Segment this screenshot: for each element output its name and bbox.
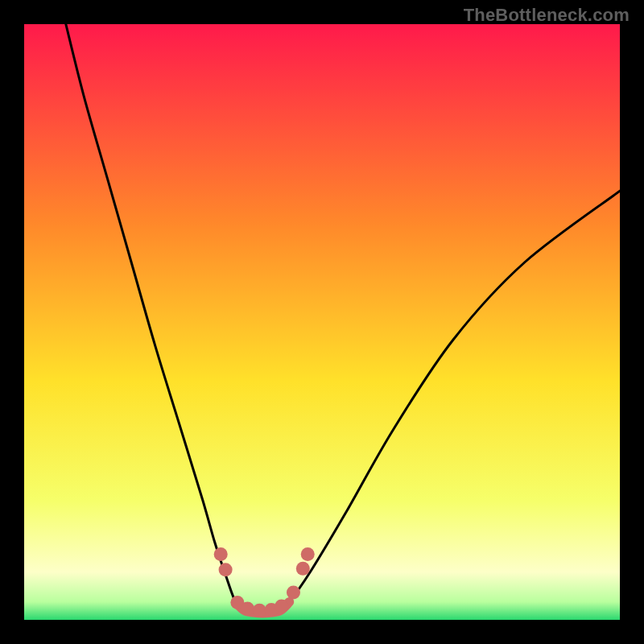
valley-marker bbox=[275, 599, 288, 613]
valley-marker bbox=[301, 547, 315, 561]
valley-marker bbox=[296, 562, 310, 576]
watermark-text: TheBottleneck.com bbox=[464, 5, 630, 26]
chart-frame: TheBottleneck.com bbox=[0, 0, 644, 644]
valley-marker bbox=[241, 601, 254, 615]
curve-path bbox=[66, 24, 620, 613]
valley-marker bbox=[253, 604, 266, 617]
valley-marker bbox=[214, 547, 228, 561]
plot-area bbox=[24, 24, 620, 620]
valley-marker bbox=[287, 585, 300, 599]
bottleneck-curve bbox=[24, 24, 620, 620]
valley-marker bbox=[219, 563, 233, 576]
